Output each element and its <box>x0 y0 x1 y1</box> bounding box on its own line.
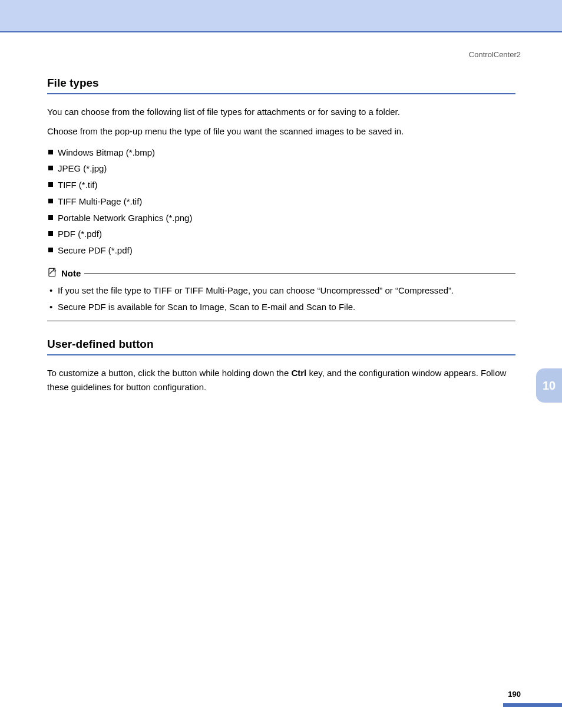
list-item: JPEG (*.jpg) <box>47 160 515 177</box>
section-rule <box>47 354 515 355</box>
list-item: If you set the file type to TIFF or TIFF… <box>47 282 515 299</box>
note-header-rule <box>84 274 515 274</box>
paragraph: To customize a button, click the button … <box>47 366 515 394</box>
text-run: To customize a button, click the button … <box>47 368 291 378</box>
paragraph: You can choose from the following list o… <box>47 105 515 118</box>
text-bold: Ctrl <box>291 368 306 378</box>
list-item: Windows Bitmap (*.bmp) <box>47 144 515 161</box>
note-icon <box>47 267 58 280</box>
header-label: ControlCenter2 <box>469 50 521 59</box>
note-list: If you set the file type to TIFF or TIFF… <box>47 282 515 315</box>
list-item: Secure PDF is available for Scan to Imag… <box>47 299 515 315</box>
page-number: 190 <box>508 690 521 699</box>
section-user-defined-button: User-defined button To customize a butto… <box>47 338 515 394</box>
note-bottom-rule <box>47 321 515 321</box>
list-item: Secure PDF (*.pdf) <box>47 242 515 259</box>
paragraph: Choose from the pop-up menu the type of … <box>47 124 515 138</box>
top-bar <box>0 0 562 32</box>
list-item: TIFF Multi-Page (*.tif) <box>47 193 515 210</box>
section-rule <box>47 93 515 94</box>
chapter-tab: 10 <box>536 368 562 403</box>
section-title: File types <box>47 77 515 90</box>
list-item: PDF (*.pdf) <box>47 226 515 242</box>
section-title: User-defined button <box>47 338 515 351</box>
file-types-list: Windows Bitmap (*.bmp) JPEG (*.jpg) TIFF… <box>47 144 515 259</box>
list-item: Portable Network Graphics (*.png) <box>47 210 515 226</box>
note-title: Note <box>61 268 81 278</box>
list-item: TIFF (*.tif) <box>47 177 515 193</box>
footer-accent-bar <box>503 703 562 707</box>
section-file-types: File types You can choose from the follo… <box>47 77 515 321</box>
page-content: File types You can choose from the follo… <box>47 77 515 400</box>
note-block: Note If you set the file type to TIFF or… <box>47 267 515 322</box>
note-header: Note <box>47 267 515 280</box>
